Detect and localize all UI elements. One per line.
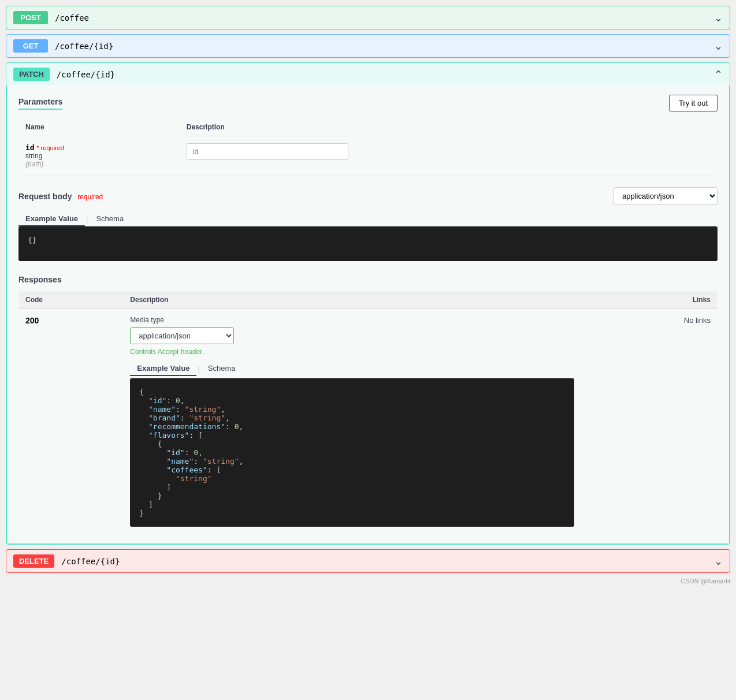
delete-coffee-endpoint: DELETE /coffee/{id} ⌄: [6, 549, 730, 573]
patch-method-badge: PATCH: [13, 68, 50, 81]
response-200-links-cell: No links: [581, 309, 718, 534]
json-coffees-val: "string": [139, 474, 211, 483]
param-id-input[interactable]: [187, 143, 348, 160]
get-coffee-path: /coffee/{id}: [55, 42, 113, 51]
request-body-tabs: Example Value | Schema: [18, 212, 718, 226]
json-close-brace: }: [139, 509, 144, 517]
response-tabs: Example Value | Schema: [130, 362, 574, 376]
get-coffee-endpoint: GET /coffee/{id} ⌄: [6, 34, 730, 58]
get-coffee-header[interactable]: GET /coffee/{id} ⌄: [6, 35, 730, 57]
param-id-name-cell: id * required string (path): [18, 136, 180, 176]
media-type-label: Media type: [130, 316, 574, 324]
delete-method-badge: DELETE: [13, 554, 54, 568]
get-method-badge: GET: [13, 39, 48, 53]
responses-table: Code Description Links 200 Media type: [18, 291, 718, 534]
json-recommendations-val: 0: [235, 422, 239, 431]
param-id-name: id: [25, 143, 35, 152]
request-body-title: Request body: [18, 192, 72, 201]
json-brand-val: "string": [189, 414, 225, 422]
param-id-required: * required: [36, 144, 64, 151]
post-chevron-icon: ⌄: [714, 12, 723, 24]
json-flavors-key: "flavors": [139, 431, 189, 440]
responses-links-col: Links: [581, 291, 718, 309]
example-value-tab[interactable]: Example Value: [18, 212, 85, 226]
json-open-brace: {: [139, 388, 144, 396]
json-coffees-key: "coffees": [139, 466, 207, 474]
patch-chevron-icon: ⌃: [714, 68, 723, 81]
delete-coffee-header[interactable]: DELETE /coffee/{id} ⌄: [6, 550, 730, 572]
patch-coffee-endpoint: PATCH /coffee/{id} ⌃ Parameters Try it o…: [6, 62, 730, 545]
try-it-out-button[interactable]: Try it out: [669, 95, 718, 111]
param-id-type: string: [25, 152, 173, 160]
json-name-key: "name": [139, 405, 176, 414]
param-id-input-cell: [180, 136, 718, 176]
request-body-content-type-select[interactable]: application/json: [614, 187, 718, 205]
request-body-header: Request body required application/json: [18, 187, 718, 205]
responses-code-col: Code: [18, 291, 123, 309]
patch-coffee-header[interactable]: PATCH /coffee/{id} ⌃: [6, 63, 730, 85]
delete-coffee-path: /coffee/{id}: [61, 557, 120, 566]
json-brand-key: "brand": [139, 414, 180, 422]
no-links-text: No links: [684, 316, 711, 325]
name-col-header: Name: [18, 118, 180, 136]
json-id-val: 0: [176, 396, 180, 405]
parameters-header-row: Parameters Try it out: [18, 95, 718, 111]
json-flavor-name-val: "string": [203, 457, 239, 466]
request-body-section: Request body required application/json E…: [18, 187, 718, 261]
media-type-select[interactable]: application/json: [130, 327, 234, 344]
parameters-title: Parameters: [18, 97, 62, 110]
patch-expanded-section: Parameters Try it out Name Description i…: [6, 85, 730, 544]
post-coffee-header[interactable]: POST /coffee ⌄: [6, 6, 730, 29]
response-200-row: 200 Media type application/json Controls…: [18, 309, 718, 534]
post-coffee-endpoint: POST /coffee ⌄: [6, 6, 730, 29]
response-200-description-cell: Media type application/json Controls Acc…: [123, 309, 581, 534]
request-body-code-block: {}: [18, 226, 718, 261]
response-code-block: { "id": 0, "name": "string", "brand": "s…: [130, 378, 574, 527]
schema-tab[interactable]: Schema: [89, 212, 131, 226]
json-flavor-id-key: "id": [139, 448, 184, 457]
delete-chevron-icon: ⌄: [714, 555, 723, 568]
response-200-code-cell: 200: [18, 309, 123, 534]
param-id-row: id * required string (path): [18, 136, 718, 176]
watermark: CSDN @KarsarH: [6, 578, 730, 584]
json-name-val: "string": [185, 405, 221, 414]
response-200-code: 200: [25, 316, 39, 325]
param-id-location: (path): [25, 160, 173, 168]
post-coffee-path: /coffee: [55, 13, 89, 23]
response-example-value-tab[interactable]: Example Value: [130, 362, 196, 376]
json-flavor-name-key: "name": [139, 457, 194, 466]
response-schema-tab[interactable]: Schema: [201, 362, 243, 376]
patch-coffee-path: /coffee/{id}: [57, 70, 115, 79]
responses-description-col: Description: [123, 291, 581, 309]
description-col-header: Description: [180, 118, 718, 136]
get-chevron-icon: ⌄: [714, 40, 723, 53]
json-recommendations-key: "recommendations": [139, 422, 225, 431]
json-id-key: "id": [139, 396, 166, 405]
request-body-required: required: [77, 193, 103, 201]
post-method-badge: POST: [13, 11, 48, 24]
controls-accept-text: Controls Accept header.: [130, 348, 574, 356]
responses-title: Responses: [18, 275, 718, 284]
json-flavor-id-val: 0: [194, 448, 198, 457]
request-body-title-group: Request body required: [18, 192, 103, 201]
parameters-table: Name Description id * required string (p…: [18, 118, 718, 176]
responses-section: Responses Code Description Links 200: [18, 275, 718, 534]
